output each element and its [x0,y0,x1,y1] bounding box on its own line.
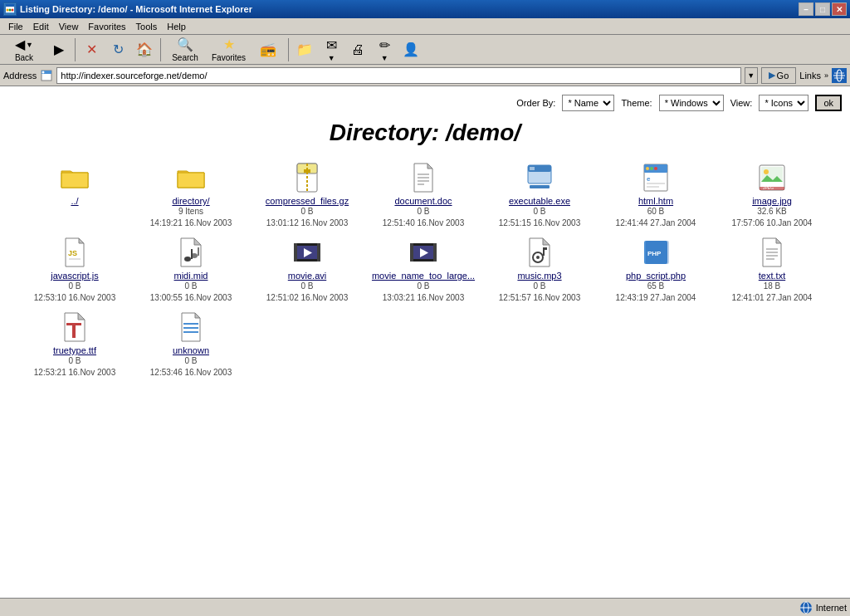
mp3-icon [525,237,554,267]
file-name: music.mp3 [517,271,561,281]
avi-icon [292,237,322,267]
image-icon: JPEG [757,163,787,193]
mail-button[interactable]: ✉ ▼ [319,37,344,63]
favorites-button[interactable]: ★ Favorites [208,37,250,63]
main-content: Order By: * NameDateSizeType Theme: * Wi… [0,86,850,598]
page-icon [40,69,53,82]
home-button[interactable]: 🏠 [132,37,157,63]
edit-button[interactable]: ✏ ▼ [372,37,397,63]
ok-button[interactable]: ok [815,95,842,111]
refresh-button[interactable]: ↻ [105,37,130,63]
menu-bar: File Edit View Favorites Tools Help [0,18,850,35]
file-meta: 65 B12:43:19 27.Jan 2004 [616,281,696,304]
svg-rect-47 [294,243,297,262]
close-button[interactable]: ✕ [832,2,847,16]
file-meta: 0 B13:01:12 16.Nov 2003 [266,206,348,229]
toolbar-separator-2 [160,38,161,61]
js-icon: JS [60,237,90,267]
list-item[interactable]: movie.avi 0 B12:51:02 16.Nov 2003 [257,237,357,304]
directory-title: Directory: /demo/ [8,120,842,146]
list-item[interactable]: movie_name_too_large... 0 B13:03:21 16.N… [374,237,473,304]
file-name: image.jpg [752,196,792,206]
list-item[interactable]: PHP php_script.php 65 B12:43:19 27.Jan 2… [606,237,706,304]
file-meta: 32.6 KB17:57:06 10.Jan 2004 [732,206,813,229]
svg-point-40 [184,257,191,262]
list-item[interactable]: midi.mid 0 B13:00:55 16.Nov 2003 [141,237,241,304]
back-button[interactable]: ◀ ▼ Back [3,37,45,63]
svg-point-5 [12,9,14,12]
print-button[interactable]: 🖨 [345,37,370,63]
address-dropdown[interactable]: ▼ [745,67,758,84]
ie-logo [832,68,847,83]
svg-rect-24 [530,167,535,170]
svg-rect-25 [530,185,550,188]
svg-point-29 [650,167,653,170]
window-icon [3,2,17,16]
file-meta: 9 Itens14:19:21 16.Nov 2003 [150,206,232,229]
list-item[interactable]: JPEG image.jpg 32.6 KB17:57:06 10.Jan 20… [722,163,822,229]
list-item[interactable]: text.txt 18 B12:41:01 27.Jan 2004 [722,237,822,304]
file-name: document.doc [394,196,452,206]
list-item[interactable]: JS javascript.js 0 B12:53:10 16.Nov 2003 [25,237,125,304]
stop-button[interactable]: ✕ [79,37,104,63]
file-name: directory/ [172,196,209,206]
go-button[interactable]: ▶ Go [761,67,797,84]
links-button[interactable]: Links [799,71,821,81]
list-item[interactable]: music.mp3 0 B12:51:57 16.Nov 2003 [490,237,589,304]
menu-help[interactable]: Help [162,20,191,33]
orderby-label: Order By: [516,98,555,108]
file-grid: ../ directory/ 9 Itens14:19:21 16.Nov 20… [8,163,842,379]
svg-rect-68 [183,327,198,329]
view-select[interactable]: * IconsListDetails [759,95,808,111]
list-item[interactable]: e html.htm 60 B12:41:44 27.Jan 2004 [606,163,706,229]
list-item[interactable]: executable.exe 0 B12:51:15 16.Nov 2003 [490,163,589,229]
zip-icon [292,163,322,193]
maximize-button[interactable]: □ [815,2,830,16]
minimize-button[interactable]: – [799,2,813,16]
toolbar-separator-1 [75,38,76,61]
midi-icon [176,237,206,267]
svg-rect-66 [72,323,76,338]
list-item[interactable]: document.doc 0 B12:51:40 16.Nov 2003 [374,163,473,229]
file-name: truetype.ttf [53,345,96,355]
messenger-button[interactable]: 👤 [398,37,423,63]
status-right: Internet [799,601,847,614]
ttf-icon [60,312,90,342]
list-item[interactable]: truetype.ttf 0 B12:53:21 16.Nov 2003 [25,312,125,379]
menu-tools[interactable]: Tools [131,20,163,33]
file-meta: 0 B12:53:10 16.Nov 2003 [34,281,115,304]
file-meta: 0 B12:53:21 16.Nov 2003 [34,355,115,379]
address-bar: Address ▼ ▶ Go Links » [0,65,850,86]
folder-icon [60,163,90,193]
orderby-select[interactable]: * NameDateSizeType [562,95,614,111]
svg-point-3 [7,9,9,12]
list-item[interactable]: directory/ 9 Itens14:19:21 16.Nov 2003 [141,163,241,229]
address-input[interactable] [56,67,740,84]
file-name: text.txt [759,271,785,281]
theme-select[interactable]: * WindowsClassicDark [659,95,724,111]
window-controls[interactable]: – □ ✕ [799,2,847,16]
list-item[interactable]: unknown 0 B12:53:46 16.Nov 2003 [141,312,241,379]
svg-rect-52 [410,243,413,262]
menu-edit[interactable]: Edit [28,20,54,33]
svg-point-30 [654,167,657,170]
svg-text:JPEG: JPEG [763,185,774,190]
menu-view[interactable]: View [54,20,84,33]
toolbar: ◀ ▼ Back ▶ ✕ ↻ 🏠 🔍 Search ★ Favorites 📻 … [0,35,850,65]
file-name: midi.mid [174,271,208,281]
svg-rect-57 [543,247,547,250]
history-button[interactable]: 📁 [292,37,317,63]
list-item[interactable]: compressed_files.gz 0 B13:01:12 16.Nov 2… [257,163,357,229]
file-meta: 0 B12:51:15 16.Nov 2003 [499,206,580,229]
controls-row: Order By: * NameDateSizeType Theme: * Wi… [8,95,842,111]
media-button[interactable]: 📻 [252,37,285,63]
menu-favorites[interactable]: Favorites [83,20,130,33]
list-item[interactable]: ../ [25,163,125,229]
menu-file[interactable]: File [3,20,28,33]
go-label: Go [777,71,789,81]
back-label: Back [15,53,33,62]
file-meta: 18 B12:41:01 27.Jan 2004 [732,281,813,304]
file-meta: 0 B12:51:02 16.Nov 2003 [266,281,348,304]
search-button[interactable]: 🔍 Search [164,37,206,63]
forward-button[interactable]: ▶ [46,37,71,63]
